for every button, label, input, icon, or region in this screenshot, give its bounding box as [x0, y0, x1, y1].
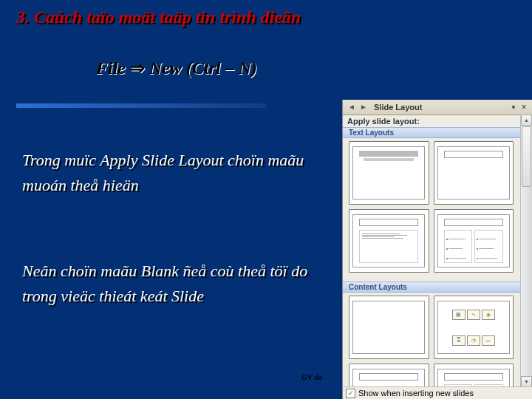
instruction-new: New (Ctrl – N) — [145, 58, 257, 78]
layout-title-only[interactable] — [434, 141, 514, 205]
author-credit: GV da — [301, 373, 322, 381]
instruction-line: File ⇒ New (Ctrl – N) — [96, 58, 257, 78]
pane-footer: ✓ Show when inserting new slides — [343, 386, 532, 399]
paragraph-2: Neân choïn maãu Blank ñeå coù theå töï d… — [22, 259, 332, 309]
pane-title: Slide Layout — [374, 103, 508, 112]
scroll-up-icon[interactable]: ▲ — [521, 115, 532, 126]
pane-close-icon[interactable]: × — [519, 102, 529, 112]
section-content-layouts: Content Layouts — [343, 282, 521, 293]
nav-back-icon[interactable]: ◄ — [346, 101, 358, 113]
paragraph-1: Trong muïc Apply Slide Layout choïn maãu… — [22, 148, 332, 198]
text-layouts-grid — [343, 138, 521, 282]
arrow-icon: ⇒ — [130, 58, 145, 78]
scroll-thumb[interactable] — [522, 126, 531, 187]
instruction-file: File — [96, 58, 130, 78]
show-on-insert-checkbox[interactable]: ✓ — [346, 389, 355, 398]
apply-layout-label: Apply slide layout: — [343, 115, 521, 127]
horizontal-rule — [16, 103, 266, 108]
layout-two-column-text[interactable] — [434, 209, 514, 273]
layout-title-slide[interactable] — [349, 141, 429, 205]
pane-scrollbar[interactable]: ▲ ▼ — [520, 115, 532, 387]
nav-forward-icon[interactable]: ► — [358, 101, 369, 113]
pane-menu-icon[interactable]: ▼ — [508, 104, 519, 111]
layout-title-text[interactable] — [349, 209, 429, 273]
slide-heading: 3. Caùch taïo moät taäp tin trình dieãn — [16, 7, 301, 27]
scroll-down-icon[interactable]: ▼ — [521, 376, 532, 387]
content-layouts-grid: ▦∿◉ ≣◔▭ ▦∿◉ ≣◔▭ ▦◉≣▭ — [343, 293, 521, 387]
layout-blank[interactable] — [349, 296, 429, 359]
show-on-insert-label: Show when inserting new slides — [358, 389, 474, 398]
section-text-layouts: Text Layouts — [343, 127, 521, 138]
layout-content[interactable]: ▦∿◉ ≣◔▭ — [434, 296, 514, 359]
layout-two-content-title[interactable]: ▦◉≣▭ ▦◉≣▭ — [434, 364, 514, 387]
layout-content-title[interactable]: ▦∿◉ ≣◔▭ — [349, 364, 429, 387]
slide-layout-pane: ◄ ► Slide Layout ▼ × Apply slide layout:… — [342, 100, 532, 399]
pane-header: ◄ ► Slide Layout ▼ × — [343, 100, 532, 115]
